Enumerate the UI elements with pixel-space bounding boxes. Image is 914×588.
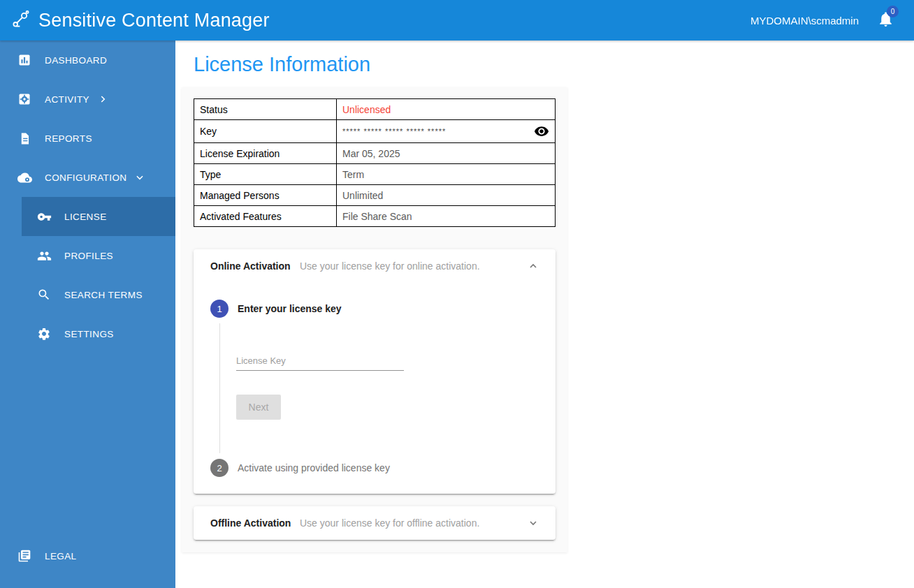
- step-number-badge: 2: [210, 459, 228, 477]
- gear-icon: [36, 326, 52, 341]
- activity-icon: [17, 91, 32, 107]
- sidebar-item-search-terms[interactable]: SEARCH TERMS: [0, 275, 175, 314]
- panel-title: Online Activation: [210, 260, 300, 272]
- sidebar-item-settings[interactable]: SETTINGS: [0, 314, 175, 353]
- row-label: Status: [194, 99, 337, 120]
- panel-title: Offline Activation: [210, 517, 300, 529]
- people-icon: [36, 248, 52, 263]
- table-row: Key ***** ***** ***** ***** *****: [194, 120, 556, 143]
- offline-activation-header[interactable]: Offline Activation Use your license key …: [194, 506, 556, 540]
- online-activation-header[interactable]: Online Activation Use your license key f…: [194, 249, 556, 283]
- row-label: Managed Persons: [194, 185, 337, 206]
- legal-icon: [17, 548, 32, 564]
- sidebar-item-label: LEGAL: [45, 551, 77, 561]
- step2-header[interactable]: 2 Activate using provided license key: [210, 459, 539, 477]
- app-title: Sensitive Content Manager: [38, 10, 270, 31]
- app-header: Sensitive Content Manager MYDOMAIN\scmad…: [0, 0, 914, 41]
- license-key-input[interactable]: [236, 351, 404, 371]
- sidebar-item-label: LICENSE: [64, 212, 107, 222]
- row-value: Unlicensed: [337, 99, 556, 120]
- sidebar-item-activity[interactable]: ACTIVITY: [0, 80, 175, 119]
- content-wrapper: Status Unlicensed Key ***** ***** ***** …: [182, 87, 567, 552]
- key-icon: [36, 209, 52, 224]
- sidebar-item-label: SETTINGS: [64, 329, 114, 339]
- license-table: Status Unlicensed Key ***** ***** ***** …: [194, 98, 556, 227]
- sidebar-item-reports[interactable]: REPORTS: [0, 119, 175, 158]
- table-row: License Expiration Mar 05, 2025: [194, 143, 556, 164]
- row-label: Key: [194, 120, 337, 143]
- chevron-down-icon[interactable]: [528, 517, 539, 529]
- table-row: Activated Features File Share Scan: [194, 206, 556, 227]
- main-content: License Information Status Unlicensed Ke…: [175, 41, 914, 588]
- sidebar-item-label: SEARCH TERMS: [64, 290, 143, 300]
- stepper: 1 Enter your license key Next 2 Activate…: [194, 283, 556, 494]
- step-number-badge: 1: [210, 300, 228, 318]
- row-label: Activated Features: [194, 206, 337, 227]
- offline-activation-panel: Offline Activation Use your license key …: [194, 506, 556, 540]
- panel-description: Use your license key for online activati…: [300, 260, 480, 272]
- next-button[interactable]: Next: [236, 395, 281, 420]
- sidebar-item-license[interactable]: LICENSE: [22, 197, 175, 236]
- row-value: Term: [337, 164, 556, 185]
- online-activation-panel: Online Activation Use your license key f…: [194, 249, 556, 494]
- search-icon: [36, 287, 52, 302]
- step1-body: Next: [219, 323, 539, 453]
- sidebar-item-label: REPORTS: [45, 133, 92, 144]
- app-logo-icon: [11, 10, 30, 31]
- sidebar-item-profiles[interactable]: PROFILES: [0, 236, 175, 275]
- page-title: License Information: [194, 53, 914, 76]
- chevron-right-icon: [98, 94, 108, 104]
- step2-label: Activate using provided license key: [238, 462, 390, 473]
- configuration-icon: [17, 170, 32, 185]
- step1-label: Enter your license key: [238, 303, 342, 314]
- table-row: Managed Persons Unlimited: [194, 185, 556, 206]
- notification-badge: 0: [887, 6, 899, 17]
- user-account-label: MYDOMAIN\scmadmin: [750, 15, 859, 27]
- sidebar-item-label: DASHBOARD: [45, 55, 107, 66]
- row-value: Mar 05, 2025: [337, 143, 556, 164]
- row-value: Unlimited: [337, 185, 556, 206]
- table-row: Status Unlicensed: [194, 99, 556, 120]
- row-label: Type: [194, 164, 337, 185]
- row-value: ***** ***** ***** ***** *****: [342, 127, 446, 135]
- dashboard-icon: [17, 52, 32, 68]
- notifications-bell[interactable]: 0: [877, 10, 894, 31]
- sidebar: DASHBOARD ACTIVITY REPO: [0, 41, 175, 588]
- sidebar-item-label: CONFIGURATION: [45, 172, 126, 183]
- sidebar-item-label: PROFILES: [64, 251, 113, 261]
- sidebar-item-configuration[interactable]: CONFIGURATION: [0, 158, 175, 197]
- bell-icon: [877, 18, 894, 30]
- panel-description: Use your license key for offline activat…: [300, 517, 479, 529]
- chevron-down-icon: [135, 172, 145, 182]
- reports-icon: [17, 131, 32, 146]
- sidebar-item-dashboard[interactable]: DASHBOARD: [0, 41, 175, 80]
- step1-header[interactable]: 1 Enter your license key: [210, 300, 539, 318]
- sidebar-item-label: ACTIVITY: [45, 94, 89, 105]
- table-row: Type Term: [194, 164, 556, 185]
- row-value: File Share Scan: [337, 206, 556, 227]
- row-label: License Expiration: [194, 143, 337, 164]
- visibility-eye-icon[interactable]: [534, 124, 549, 139]
- sidebar-item-legal[interactable]: LEGAL: [0, 536, 175, 575]
- chevron-up-icon[interactable]: [528, 260, 539, 272]
